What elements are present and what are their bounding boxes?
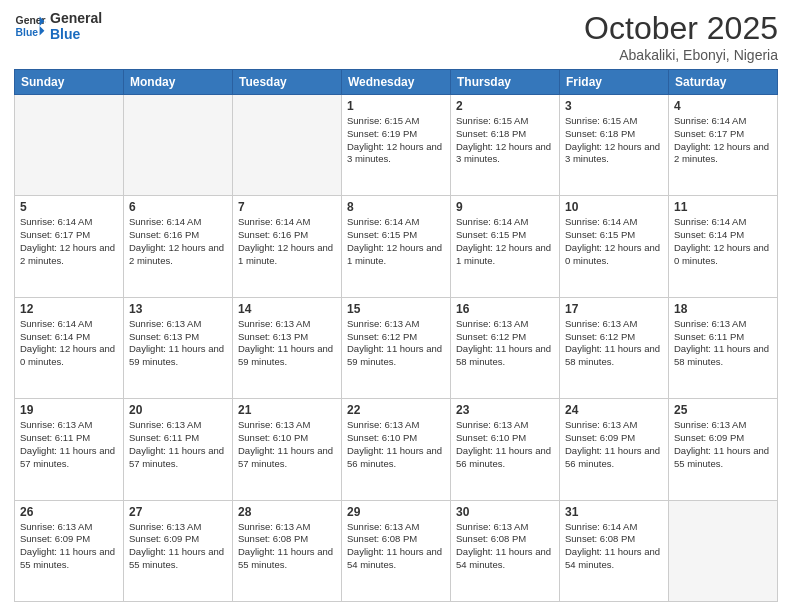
day-info: Sunrise: 6:13 AM Sunset: 6:10 PM Dayligh… — [238, 419, 336, 470]
day-info: Sunrise: 6:14 AM Sunset: 6:15 PM Dayligh… — [565, 216, 663, 267]
calendar-cell: 17Sunrise: 6:13 AM Sunset: 6:12 PM Dayli… — [560, 297, 669, 398]
calendar-cell: 13Sunrise: 6:13 AM Sunset: 6:13 PM Dayli… — [124, 297, 233, 398]
weekday-header-wednesday: Wednesday — [342, 70, 451, 95]
calendar-cell: 11Sunrise: 6:14 AM Sunset: 6:14 PM Dayli… — [669, 196, 778, 297]
day-number: 23 — [456, 403, 554, 417]
day-number: 27 — [129, 505, 227, 519]
calendar-cell: 5Sunrise: 6:14 AM Sunset: 6:17 PM Daylig… — [15, 196, 124, 297]
header: General Blue General Blue October 2025 A… — [14, 10, 778, 63]
day-info: Sunrise: 6:13 AM Sunset: 6:11 PM Dayligh… — [20, 419, 118, 470]
calendar-cell: 4Sunrise: 6:14 AM Sunset: 6:17 PM Daylig… — [669, 95, 778, 196]
weekday-header-saturday: Saturday — [669, 70, 778, 95]
title-block: October 2025 Abakaliki, Ebonyi, Nigeria — [584, 10, 778, 63]
logo-general: General — [50, 10, 102, 26]
calendar-cell — [233, 95, 342, 196]
day-info: Sunrise: 6:13 AM Sunset: 6:09 PM Dayligh… — [565, 419, 663, 470]
location-subtitle: Abakaliki, Ebonyi, Nigeria — [584, 47, 778, 63]
calendar-cell: 20Sunrise: 6:13 AM Sunset: 6:11 PM Dayli… — [124, 399, 233, 500]
calendar-cell: 9Sunrise: 6:14 AM Sunset: 6:15 PM Daylig… — [451, 196, 560, 297]
day-number: 2 — [456, 99, 554, 113]
day-number: 21 — [238, 403, 336, 417]
day-number: 1 — [347, 99, 445, 113]
svg-text:Blue: Blue — [16, 27, 39, 38]
weekday-header-row: SundayMondayTuesdayWednesdayThursdayFrid… — [15, 70, 778, 95]
calendar-week-1: 5Sunrise: 6:14 AM Sunset: 6:17 PM Daylig… — [15, 196, 778, 297]
day-number: 12 — [20, 302, 118, 316]
calendar-week-3: 19Sunrise: 6:13 AM Sunset: 6:11 PM Dayli… — [15, 399, 778, 500]
day-info: Sunrise: 6:14 AM Sunset: 6:17 PM Dayligh… — [20, 216, 118, 267]
day-number: 24 — [565, 403, 663, 417]
calendar-cell: 28Sunrise: 6:13 AM Sunset: 6:08 PM Dayli… — [233, 500, 342, 601]
calendar-cell: 3Sunrise: 6:15 AM Sunset: 6:18 PM Daylig… — [560, 95, 669, 196]
day-number: 14 — [238, 302, 336, 316]
day-number: 6 — [129, 200, 227, 214]
calendar-cell: 30Sunrise: 6:13 AM Sunset: 6:08 PM Dayli… — [451, 500, 560, 601]
weekday-header-tuesday: Tuesday — [233, 70, 342, 95]
day-info: Sunrise: 6:13 AM Sunset: 6:12 PM Dayligh… — [347, 318, 445, 369]
calendar-cell: 1Sunrise: 6:15 AM Sunset: 6:19 PM Daylig… — [342, 95, 451, 196]
calendar-cell: 8Sunrise: 6:14 AM Sunset: 6:15 PM Daylig… — [342, 196, 451, 297]
calendar-cell: 15Sunrise: 6:13 AM Sunset: 6:12 PM Dayli… — [342, 297, 451, 398]
calendar-cell: 10Sunrise: 6:14 AM Sunset: 6:15 PM Dayli… — [560, 196, 669, 297]
day-info: Sunrise: 6:15 AM Sunset: 6:18 PM Dayligh… — [456, 115, 554, 166]
day-number: 4 — [674, 99, 772, 113]
weekday-header-friday: Friday — [560, 70, 669, 95]
page: General Blue General Blue October 2025 A… — [0, 0, 792, 612]
day-info: Sunrise: 6:13 AM Sunset: 6:10 PM Dayligh… — [347, 419, 445, 470]
calendar-cell: 12Sunrise: 6:14 AM Sunset: 6:14 PM Dayli… — [15, 297, 124, 398]
day-info: Sunrise: 6:13 AM Sunset: 6:08 PM Dayligh… — [456, 521, 554, 572]
day-info: Sunrise: 6:15 AM Sunset: 6:18 PM Dayligh… — [565, 115, 663, 166]
calendar-cell: 31Sunrise: 6:14 AM Sunset: 6:08 PM Dayli… — [560, 500, 669, 601]
calendar-cell: 7Sunrise: 6:14 AM Sunset: 6:16 PM Daylig… — [233, 196, 342, 297]
calendar-cell: 29Sunrise: 6:13 AM Sunset: 6:08 PM Dayli… — [342, 500, 451, 601]
calendar-cell: 19Sunrise: 6:13 AM Sunset: 6:11 PM Dayli… — [15, 399, 124, 500]
day-info: Sunrise: 6:14 AM Sunset: 6:08 PM Dayligh… — [565, 521, 663, 572]
calendar-week-0: 1Sunrise: 6:15 AM Sunset: 6:19 PM Daylig… — [15, 95, 778, 196]
calendar-cell — [15, 95, 124, 196]
day-info: Sunrise: 6:14 AM Sunset: 6:16 PM Dayligh… — [238, 216, 336, 267]
calendar-cell: 26Sunrise: 6:13 AM Sunset: 6:09 PM Dayli… — [15, 500, 124, 601]
day-info: Sunrise: 6:14 AM Sunset: 6:14 PM Dayligh… — [20, 318, 118, 369]
day-info: Sunrise: 6:13 AM Sunset: 6:09 PM Dayligh… — [20, 521, 118, 572]
day-number: 3 — [565, 99, 663, 113]
day-info: Sunrise: 6:13 AM Sunset: 6:09 PM Dayligh… — [129, 521, 227, 572]
calendar-week-4: 26Sunrise: 6:13 AM Sunset: 6:09 PM Dayli… — [15, 500, 778, 601]
day-info: Sunrise: 6:15 AM Sunset: 6:19 PM Dayligh… — [347, 115, 445, 166]
weekday-header-monday: Monday — [124, 70, 233, 95]
day-number: 16 — [456, 302, 554, 316]
day-info: Sunrise: 6:14 AM Sunset: 6:14 PM Dayligh… — [674, 216, 772, 267]
day-info: Sunrise: 6:13 AM Sunset: 6:12 PM Dayligh… — [565, 318, 663, 369]
day-info: Sunrise: 6:14 AM Sunset: 6:15 PM Dayligh… — [456, 216, 554, 267]
day-number: 5 — [20, 200, 118, 214]
day-number: 11 — [674, 200, 772, 214]
calendar-cell: 24Sunrise: 6:13 AM Sunset: 6:09 PM Dayli… — [560, 399, 669, 500]
day-number: 30 — [456, 505, 554, 519]
day-info: Sunrise: 6:14 AM Sunset: 6:16 PM Dayligh… — [129, 216, 227, 267]
calendar-week-2: 12Sunrise: 6:14 AM Sunset: 6:14 PM Dayli… — [15, 297, 778, 398]
month-title: October 2025 — [584, 10, 778, 47]
day-number: 9 — [456, 200, 554, 214]
day-info: Sunrise: 6:13 AM Sunset: 6:09 PM Dayligh… — [674, 419, 772, 470]
day-number: 29 — [347, 505, 445, 519]
day-info: Sunrise: 6:13 AM Sunset: 6:12 PM Dayligh… — [456, 318, 554, 369]
weekday-header-thursday: Thursday — [451, 70, 560, 95]
day-number: 10 — [565, 200, 663, 214]
day-number: 13 — [129, 302, 227, 316]
calendar-cell: 14Sunrise: 6:13 AM Sunset: 6:13 PM Dayli… — [233, 297, 342, 398]
calendar-cell: 6Sunrise: 6:14 AM Sunset: 6:16 PM Daylig… — [124, 196, 233, 297]
calendar-cell: 16Sunrise: 6:13 AM Sunset: 6:12 PM Dayli… — [451, 297, 560, 398]
calendar-cell — [669, 500, 778, 601]
day-number: 26 — [20, 505, 118, 519]
day-number: 28 — [238, 505, 336, 519]
day-number: 18 — [674, 302, 772, 316]
calendar-cell: 25Sunrise: 6:13 AM Sunset: 6:09 PM Dayli… — [669, 399, 778, 500]
calendar-cell: 22Sunrise: 6:13 AM Sunset: 6:10 PM Dayli… — [342, 399, 451, 500]
day-info: Sunrise: 6:14 AM Sunset: 6:15 PM Dayligh… — [347, 216, 445, 267]
weekday-header-sunday: Sunday — [15, 70, 124, 95]
calendar-cell: 18Sunrise: 6:13 AM Sunset: 6:11 PM Dayli… — [669, 297, 778, 398]
day-number: 20 — [129, 403, 227, 417]
day-number: 7 — [238, 200, 336, 214]
day-info: Sunrise: 6:13 AM Sunset: 6:11 PM Dayligh… — [674, 318, 772, 369]
day-info: Sunrise: 6:13 AM Sunset: 6:08 PM Dayligh… — [347, 521, 445, 572]
calendar-cell — [124, 95, 233, 196]
